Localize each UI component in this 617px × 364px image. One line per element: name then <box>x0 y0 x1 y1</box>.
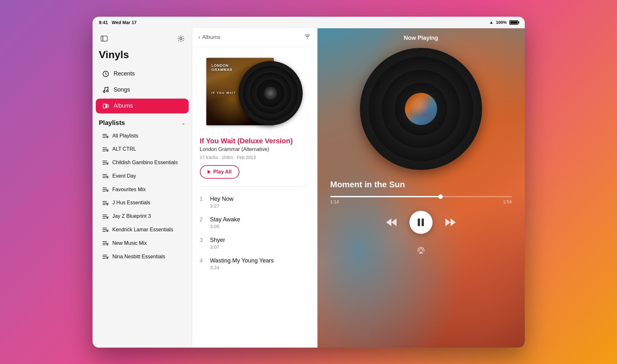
battery-icon <box>509 20 518 25</box>
playlist-event-label: Event Day <box>112 173 136 180</box>
playlist-item-event[interactable]: Event Day <box>99 170 185 183</box>
album-info: If You Wait (Deluxe Version) London Gram… <box>192 137 317 184</box>
song-title: Moment in the Sun <box>330 180 512 190</box>
playlist-item-jayz[interactable]: Jay Z Blueprint 3 <box>99 210 185 223</box>
artist-thumbnail <box>405 93 437 125</box>
track-item[interactable]: 1 Hey Now 3:27 <box>192 192 317 212</box>
playlists-section: Playlists ⌄ All Playlists <box>93 114 192 265</box>
playlist-icon-7 <box>102 213 109 220</box>
track-item-4[interactable]: 4 Wasting My Young Years 3:24 <box>192 253 317 274</box>
rewind-button[interactable] <box>386 218 397 227</box>
album-view: ‹ Albums LONDONGRAMMAR IF YOU WAI <box>192 28 317 348</box>
vinyl-disc-small <box>238 61 303 125</box>
track-item-2[interactable]: 2 Stay Awake 3:05 <box>192 212 317 233</box>
progress-thumb <box>438 194 443 199</box>
recents-label: Recents <box>114 70 135 77</box>
playlist-item-all[interactable]: All Playlists <box>99 129 185 143</box>
pause-icon <box>418 218 424 226</box>
sort-icon[interactable] <box>304 33 311 41</box>
vinyl-disc-large <box>360 48 482 170</box>
play-all-button[interactable]: Play All <box>200 165 239 179</box>
chevron-down-icon: ⌄ <box>181 120 185 126</box>
playlist-newmusic-label: New Music Mix <box>112 240 147 247</box>
playlist-icon-4 <box>102 173 109 179</box>
playlist-icon-9 <box>102 240 109 246</box>
playlist-item-nina[interactable]: Nina Nesbitt Essentials <box>99 250 185 263</box>
track-duration-1: 3:27 <box>210 203 309 209</box>
track-details-2: Stay Awake 3:05 <box>210 216 309 229</box>
playlist-icon-3 <box>102 159 109 166</box>
playlist-item-alt-ctrl[interactable]: ALT CTRL <box>99 143 185 156</box>
track-details-3: Shyer 3:07 <box>210 237 309 250</box>
album-artwork: LONDONGRAMMAR IF YOU WAIT <box>206 55 303 132</box>
album-artist: London Grammar (Alternative) <box>200 146 309 152</box>
sidebar-item-recents[interactable]: Recents <box>96 67 189 81</box>
svg-marker-50 <box>386 218 391 226</box>
playlist-item-newmusic[interactable]: New Music Mix <box>99 237 185 250</box>
track-number-4: 4 <box>200 258 205 264</box>
pause-button[interactable] <box>409 211 433 234</box>
svg-rect-54 <box>419 253 423 253</box>
playlist-item-jhus[interactable]: J Hus Essentials <box>99 196 185 209</box>
vinyl-icon <box>102 102 109 110</box>
wifi-icon: ▲ <box>489 20 493 25</box>
now-playing-panel: Now Playing Moment in the Sun <box>317 28 525 348</box>
main-content: Vinyls Recents S <box>93 28 525 348</box>
total-time: 1:54 <box>503 199 512 204</box>
playlist-childish-label: Childish Gambino Essentials <box>112 159 178 166</box>
playlist-jhus-label: J Hus Essentials <box>112 200 150 206</box>
playback-controls <box>330 211 512 234</box>
divider <box>200 186 309 187</box>
songs-label: Songs <box>114 86 130 93</box>
time: 9:41 <box>99 20 108 25</box>
airplay-button[interactable] <box>416 245 425 256</box>
back-button[interactable]: ‹ Albums <box>199 34 220 40</box>
playlist-item-childish[interactable]: Childish Gambino Essentials <box>99 156 185 169</box>
settings-icon[interactable] <box>176 34 185 43</box>
progress-bar[interactable] <box>330 196 512 197</box>
track-details-1: Hey Now 3:27 <box>210 196 309 209</box>
svg-marker-52 <box>451 218 456 226</box>
play-triangle-icon <box>208 170 211 174</box>
sidebar-item-songs[interactable]: Songs <box>96 83 189 97</box>
album-artwork-section: LONDONGRAMMAR IF YOU WAIT <box>192 47 317 137</box>
note-icon <box>102 86 109 93</box>
playlist-favourites-label: Favourites Mix <box>112 186 146 193</box>
playlist-item-favourites[interactable]: Favourites Mix <box>99 183 185 196</box>
track-name-2: Stay Awake <box>210 216 309 223</box>
track-item-3[interactable]: 3 Shyer 3:07 <box>192 233 317 253</box>
playlist-all-label: All Playlists <box>112 133 139 139</box>
current-time: 1:14 <box>330 199 339 204</box>
now-playing-header: Now Playing <box>404 35 438 41</box>
playlist-alt-ctrl-label: ALT CTRL <box>112 146 136 153</box>
track-number-2: 2 <box>200 217 205 223</box>
sidebar-header <box>93 28 192 46</box>
svg-point-4 <box>103 91 105 93</box>
playlists-title: Playlists <box>99 119 125 127</box>
svg-marker-51 <box>445 218 451 226</box>
pause-bar-left <box>418 218 420 226</box>
status-left: 9:41 Wed Mar 17 <box>99 20 137 25</box>
sidebar-toggle-icon[interactable] <box>99 33 109 44</box>
album-cover-text: LONDONGRAMMAR IF YOU WAIT <box>211 64 236 95</box>
app-title: Vinyls <box>93 46 192 66</box>
album-meta: 17 tracks · 1h6m · Feb 2013 <box>200 155 309 160</box>
sidebar-item-albums[interactable]: Albums <box>96 99 189 113</box>
back-chevron-icon: ‹ <box>199 34 201 40</box>
playlists-header[interactable]: Playlists ⌄ <box>99 117 185 129</box>
album-title: If You Wait (Deluxe Version) <box>200 137 309 145</box>
progress-times: 1:14 1:54 <box>330 199 512 204</box>
playlist-item-kendrick[interactable]: Kendrick Lamar Essentials <box>99 223 185 236</box>
track-number-1: 1 <box>200 196 205 202</box>
progress-section: 1:14 1:54 <box>330 196 512 204</box>
track-duration-4: 3:24 <box>210 265 309 270</box>
progress-fill <box>330 196 441 197</box>
fast-forward-button[interactable] <box>445 218 456 227</box>
album-nav: ‹ Albums <box>192 28 317 47</box>
song-info: Moment in the Sun 1:14 1:54 <box>324 180 518 256</box>
status-right: ▲ 100% <box>489 20 518 25</box>
svg-point-5 <box>106 90 108 92</box>
track-duration-3: 3:07 <box>210 244 309 250</box>
track-name-3: Shyer <box>210 237 309 244</box>
back-label: Albums <box>202 34 220 40</box>
